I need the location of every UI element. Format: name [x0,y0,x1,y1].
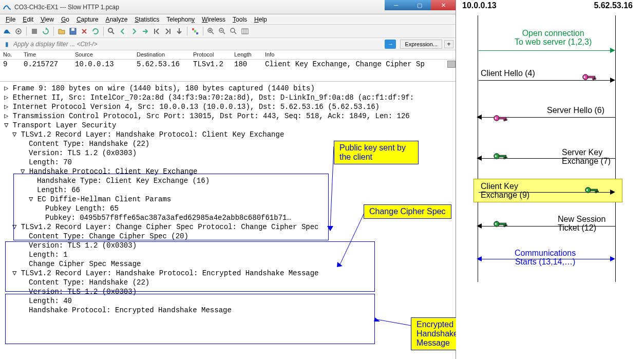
svg-point-5 [108,28,112,32]
reload-icon[interactable] [90,26,101,36]
tree-line[interactable]: ▽ TLSv1.2 Record Layer: Change Cipher Sp… [1,222,456,232]
svg-rect-7 [194,30,196,32]
window-title: CO3-CH3c-EX1 --- Slow HTTP 1.pcap [14,4,119,11]
svg-marker-18 [374,317,380,322]
tree-line[interactable]: Length: 40 [1,296,456,306]
close-file-icon[interactable] [79,26,89,36]
tree-line[interactable]: ▷ Frame 9: 180 bytes on wire (1440 bits)… [1,84,456,93]
zoom-reset-icon[interactable] [229,26,239,36]
svg-rect-42 [504,225,505,227]
menu-view[interactable]: View [37,15,58,24]
resize-cols-icon[interactable] [240,26,250,36]
zoom-out-icon[interactable] [217,26,228,36]
msg-client-hello: Client Hello (4) [481,69,535,78]
tree-line[interactable]: ▽ TLSv1.2 Record Layer: Handshake Protoc… [1,130,456,139]
svg-rect-38 [597,191,599,193]
tree-line[interactable]: Version: TLS 1.2 (0x0303) [1,287,456,296]
col-info[interactable]: Info [262,50,456,59]
last-icon[interactable] [163,26,173,36]
packet-details: ▷ Frame 9: 180 bytes on wire (1440 bits)… [0,81,456,317]
packet-row-9[interactable]: 9 0.215727 10.0.0.13 5.62.53.16 TLSv1.2 … [0,60,456,69]
maximize-button[interactable]: ▢ [408,0,431,10]
svg-rect-43 [506,225,507,226]
tree-line[interactable]: ▽ Handshake Protocol: Client Key Exchang… [1,167,456,176]
tree-line[interactable]: ▽ TLSv1.2 Record Layer: Handshake Protoc… [1,269,456,278]
minimize-button[interactable]: ─ [385,0,408,10]
expression-button[interactable]: Expression... [400,40,442,49]
svg-point-35 [586,189,589,191]
callout-public-key-l2: the client [339,153,372,161]
display-filter-input[interactable] [11,40,385,49]
msg-new-session-ticket: New SessionTicket (12) [558,215,605,232]
col-proto[interactable]: Protocol [190,50,231,59]
open-icon[interactable] [56,26,67,36]
sequence-diagram: 10.0.0.13 5.62.53.16 Open connectionTo w… [456,0,644,359]
save-icon[interactable] [68,26,78,36]
menu-go[interactable]: Go [58,15,73,24]
tree-line[interactable]: Content Type: Change Cipher Spec (20) [1,232,456,241]
tree-line[interactable]: Handshake Protocol: Encrypted Handshake … [1,306,456,315]
key-icon-green-2 [584,186,599,194]
menu-tools[interactable]: Tools [229,15,251,24]
bookmark-icon[interactable]: ▮ [2,40,11,49]
col-dst[interactable]: Destination [134,50,190,59]
titlebar[interactable]: CO3-CH3c-EX1 --- Slow HTTP 1.pcap ─ ▢ ✕ [0,0,456,14]
svg-rect-21 [588,76,595,78]
col-len[interactable]: Length [231,50,262,59]
tree-line[interactable]: Content Type: Handshake (22) [1,278,456,287]
menu-analyze[interactable]: Analyze [102,15,131,24]
arrow-encrypted-handshake [373,315,414,331]
filter-apply-icon[interactable]: → [385,40,396,49]
start-capture-icon[interactable] [2,26,12,36]
zoom-in-icon[interactable] [206,26,216,36]
svg-point-20 [584,76,586,78]
scrollbar-thumb[interactable] [447,61,456,68]
tree-line[interactable]: ▽ Transport Layer Security [1,121,456,130]
next-icon[interactable] [129,26,139,36]
menu-file[interactable]: File [2,15,19,24]
arrow-change-cipher [336,200,367,267]
menu-wireless[interactable]: Wireless [198,15,229,24]
tree-line[interactable]: ▷ Ethernet II, Src: IntelCor_70:2a:8d (3… [1,93,456,102]
arrow-open-connection [479,50,613,51]
tree-line[interactable]: ▷ Transmission Control Protocol, Src Por… [1,111,456,121]
menu-edit[interactable]: Edit [19,15,37,24]
tree-line[interactable]: Handshake Type: Client Key Exchange (16) [1,176,456,185]
callout-change-cipher-text: Change Cipher Spec [369,207,446,216]
options-icon[interactable] [13,26,24,36]
stop-icon[interactable] [29,26,40,36]
restart-icon[interactable] [41,26,51,36]
callout-enc-l2: Message [416,338,450,347]
svg-point-25 [495,117,497,119]
menu-statistics[interactable]: Statistics [131,15,163,24]
col-no[interactable]: No. [0,50,21,59]
svg-rect-22 [593,78,594,80]
first-icon[interactable] [151,26,162,36]
tree-line[interactable]: Change Cipher Spec Message [1,259,456,269]
close-button[interactable]: ✕ [431,0,456,10]
colorize-icon[interactable] [190,26,200,36]
tree-line[interactable]: ▷ Internet Protocol Version 4, Src: 10.0… [1,102,456,111]
filter-bar: ▮ → Expression... + [0,38,456,50]
menu-capture[interactable]: Capture [73,15,102,24]
tree-line[interactable]: ▽ EC Diffie-Hellman Client Params [1,195,456,204]
find-icon[interactable] [106,26,117,36]
callout-enc-l1: Encrypted Handshake [416,320,458,338]
svg-rect-36 [590,189,597,191]
col-src[interactable]: Source [72,50,134,59]
add-filter-button[interactable]: + [444,40,453,48]
prev-icon[interactable] [118,26,128,36]
key-icon-magenta-1 [582,73,596,81]
menubar: File Edit View Go Capture Analyze Statis… [0,14,456,25]
svg-marker-16 [337,262,343,267]
menu-help[interactable]: Help [251,15,271,24]
autoscroll-icon[interactable] [174,26,184,36]
tree-line[interactable]: Length: 66 [1,185,456,195]
tree-line[interactable]: Length: 1 [1,250,456,259]
tree-line[interactable]: Version: TLS 1.2 (0x0303) [1,241,456,250]
menu-telephony[interactable]: Telephony [163,15,198,24]
svg-rect-31 [499,155,506,157]
goto-icon[interactable] [140,26,150,36]
col-time[interactable]: Time [21,50,72,59]
seq-endpoint-right: 5.62.53.16 [594,1,633,10]
